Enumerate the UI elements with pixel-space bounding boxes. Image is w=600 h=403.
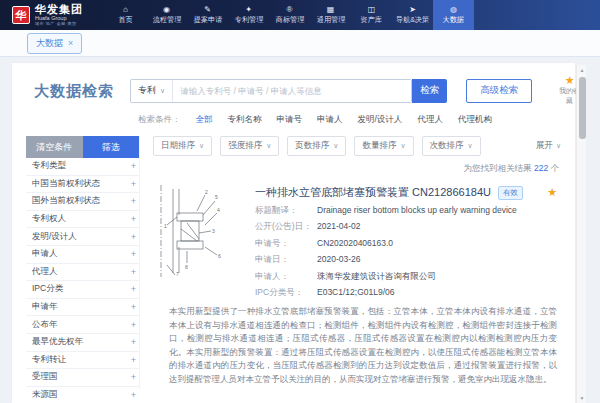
condition-agent[interactable]: 代理人 — [417, 114, 443, 126]
condition-agency[interactable]: 代理机构 — [458, 114, 492, 126]
favorite-star-icon[interactable]: ★ — [547, 186, 561, 199]
sort-by-strength[interactable]: 强度排序∨ — [220, 136, 279, 156]
filter-accepting-country[interactable]: 受理国+ — [26, 369, 139, 387]
close-icon[interactable]: × — [68, 38, 73, 48]
nav-item-home[interactable]: ⌂ 首页 — [105, 0, 146, 30]
search-button[interactable]: 检索 — [412, 79, 447, 103]
assets-icon: ◫ — [368, 6, 376, 14]
condition-patent-name[interactable]: 专利名称 — [228, 114, 262, 126]
scroll-down-arrow-icon[interactable]: ▼ — [577, 393, 587, 403]
page-scrollbar[interactable]: ▲ ▼ — [576, 65, 586, 403]
patent-abstract: 本实用新型提供了一种排水立管底部堵塞预警装置，包括：立管本体，立管本体内设有排水… — [169, 305, 557, 387]
logo-text: 华发集团 Huafa Group 城市·地产·金融·商贸 — [35, 4, 83, 27]
condition-application-no[interactable]: 申请号 — [277, 114, 303, 126]
filter-label: 受理国 — [32, 371, 58, 383]
plus-icon[interactable]: + — [131, 302, 136, 312]
logo-title: 华发集团 — [35, 4, 83, 15]
chevron-down-icon: ∨ — [199, 142, 204, 150]
nav-item-general[interactable]: ▦ 通用管理 — [310, 0, 351, 30]
condition-applicant[interactable]: 申请人 — [317, 114, 343, 126]
nav-label: 商标管理 — [275, 15, 304, 25]
filter-label: 国外当前权利状态 — [32, 195, 100, 207]
filter-patentee[interactable]: 专利权人+ — [26, 211, 139, 229]
field-value: Drainage riser bottom blocks up early wa… — [317, 205, 517, 217]
plus-icon[interactable]: + — [131, 267, 136, 277]
filter-priority-year[interactable]: 最早优先权年+ — [26, 334, 139, 352]
huafa-logo[interactable]: 华 华发集团 Huafa Group 城市·地产·金融·商贸 — [0, 4, 105, 27]
plus-icon[interactable]: + — [131, 232, 136, 242]
nav-label: 首页 — [118, 15, 132, 25]
plus-icon[interactable]: + — [131, 249, 136, 259]
filter-patent-transfer[interactable]: 专利转让+ — [26, 352, 139, 370]
nav-item-trademark[interactable]: ® 商标管理 — [269, 0, 310, 30]
filter-patent-type[interactable]: 专利类型+ — [26, 158, 139, 176]
plus-icon[interactable]: + — [131, 179, 136, 189]
chevron-down-icon: ∨ — [556, 142, 561, 150]
field-application-date: 申请日：2020-03-26 — [255, 254, 561, 266]
svg-text:3: 3 — [212, 228, 215, 234]
scrollbar-thumb[interactable] — [579, 77, 586, 139]
filter-label: 来源国 — [32, 389, 58, 401]
process-icon: ◉ — [163, 6, 170, 14]
nav-item-patent[interactable]: ✦ 专利管理 — [228, 0, 269, 30]
tab-bigdata[interactable]: 大数据 × — [27, 33, 82, 54]
sort-label: 强度排序 — [228, 140, 262, 152]
sort-by-date[interactable]: 日期排序∨ — [153, 136, 212, 156]
filter-cn-right-status[interactable]: 中国当前权利状态+ — [26, 176, 139, 194]
field-application-number: 申请号：CN202020406163.0 — [255, 238, 561, 250]
plus-icon[interactable]: + — [131, 337, 136, 347]
plus-icon[interactable]: + — [131, 390, 136, 400]
filter-label: 最早优先权年 — [32, 336, 83, 348]
plus-icon[interactable]: + — [131, 284, 136, 294]
filter-agent[interactable]: 代理人+ — [26, 264, 139, 282]
filter-ipc[interactable]: IPC分类+ — [26, 281, 139, 299]
nav-item-assets[interactable]: ◫ 资产库 — [351, 0, 392, 30]
filter-label: 专利类型 — [32, 160, 66, 172]
chevron-down-icon: ∨ — [266, 142, 271, 150]
field-title-translation: 标题翻译：Drainage riser bottom blocks up ear… — [255, 205, 561, 217]
filter-source-country[interactable]: 来源国+ — [26, 387, 139, 403]
result-title[interactable]: 一种排水立管底部堵塞预警装置 CN212866184U — [255, 185, 491, 200]
field-publication-date: 公开(公告)日：2021-04-02 — [255, 221, 561, 233]
plus-icon[interactable]: + — [131, 196, 136, 206]
filter-label: 专利权人 — [32, 213, 66, 225]
plus-icon[interactable]: + — [131, 355, 136, 365]
nav-item-bigdata[interactable]: ◍ 大数据 — [433, 0, 474, 30]
expand-button[interactable]: 展开∨ — [536, 140, 561, 152]
plus-icon[interactable]: + — [131, 161, 136, 171]
plus-icon[interactable]: + — [131, 214, 136, 224]
nav-item-navigation[interactable]: ➤ 导航&决策 — [392, 0, 433, 30]
filter-publication-year[interactable]: 公布年+ — [26, 316, 139, 334]
nav-label: 导航&决策 — [396, 15, 429, 25]
scroll-up-arrow-icon[interactable]: ▲ — [577, 65, 587, 75]
field-value: 珠海华发建筑设计咨询有限公司 — [317, 271, 436, 283]
sort-label: 数量排序 — [362, 140, 396, 152]
svg-text:2: 2 — [205, 189, 208, 195]
svg-text:1: 1 — [164, 223, 167, 229]
search-type-select[interactable]: 专利 ∨ — [131, 80, 173, 102]
filter-tab[interactable]: 筛选 — [83, 136, 140, 158]
clear-conditions-button[interactable]: 清空条件 — [26, 136, 83, 158]
sort-by-times[interactable]: 次数排序∨ — [422, 136, 481, 156]
filter-applicant[interactable]: 申请人+ — [26, 246, 139, 264]
patent-drawing-thumbnail[interactable]: 5 2 4 1 3 6 8 7 — [153, 185, 241, 299]
condition-inventor[interactable]: 发明/设计人 — [358, 114, 403, 126]
nav-item-proposal[interactable]: ✎ 提案申请 — [187, 0, 228, 30]
field-label: 申请人： — [255, 271, 317, 283]
sort-by-quantity[interactable]: 数量排序∨ — [354, 136, 413, 156]
search-input[interactable] — [173, 80, 411, 102]
home-icon: ⌂ — [123, 6, 128, 14]
sort-by-pages[interactable]: 页数排序∨ — [287, 136, 346, 156]
field-label: IPC分类号： — [255, 287, 317, 299]
plus-icon[interactable]: + — [131, 372, 136, 382]
advanced-search-button[interactable]: 高级检索 — [466, 79, 532, 103]
filter-foreign-right-status[interactable]: 国外当前权利状态+ — [26, 193, 139, 211]
filter-application-year[interactable]: 申请年+ — [26, 299, 139, 317]
filter-inventor[interactable]: 发明/设计人+ — [26, 228, 139, 246]
field-label: 公开(公告)日： — [255, 221, 317, 233]
field-label: 申请日： — [255, 254, 317, 266]
plus-icon[interactable]: + — [131, 320, 136, 330]
condition-all[interactable]: 全部 — [196, 114, 213, 126]
trademark-icon: ® — [287, 6, 293, 14]
nav-item-process[interactable]: ◉ 流程管理 — [146, 0, 187, 30]
